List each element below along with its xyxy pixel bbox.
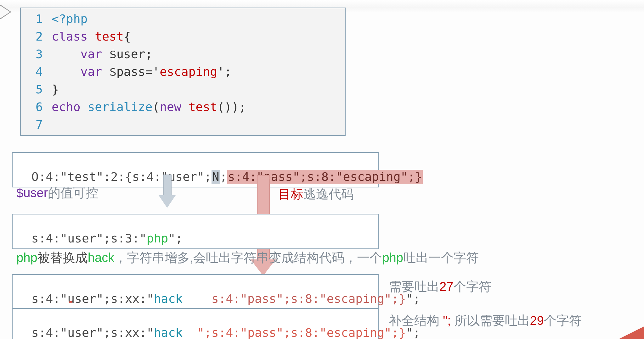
text: s:4:"user";s:xx:" bbox=[31, 326, 154, 339]
code-line-5: 5 } bbox=[21, 81, 345, 98]
text: 目标 bbox=[278, 187, 303, 201]
text: 吐出一个字符 bbox=[403, 251, 479, 264]
corner-accent-icon bbox=[619, 326, 644, 339]
edit-mark-icon bbox=[69, 301, 72, 303]
text: ，字符串增多,会吐出字符串变成结构代码，一个 bbox=[114, 251, 382, 264]
annotation-target-escape: 目标逃逸代码 bbox=[278, 186, 354, 203]
line-number: 7 bbox=[21, 116, 52, 133]
text-php: php bbox=[147, 231, 168, 245]
code-line-1: 1 <?php bbox=[21, 10, 345, 28]
line-number: 6 bbox=[21, 98, 52, 116]
text: $user bbox=[16, 186, 48, 200]
text: "; bbox=[168, 231, 183, 245]
arrow-down-grey-icon bbox=[161, 175, 174, 206]
serialized-after-replace-1: s:4:"user";s:xx:"hack s:4:"pass";s:8:"es… bbox=[12, 274, 379, 309]
code-text: class test{ bbox=[52, 28, 131, 45]
annotation-user-controllable: $user的值可控 bbox=[16, 184, 98, 202]
code-text: } bbox=[52, 81, 59, 98]
line-number: 3 bbox=[21, 45, 52, 63]
text-escaped: s:4:"pass";s:8:"escaping";} bbox=[212, 292, 406, 306]
text: 补全结构 bbox=[389, 314, 443, 327]
line-number: 4 bbox=[21, 63, 52, 81]
line-number: 2 bbox=[21, 28, 52, 45]
text: O:4:"test":2:{s:4:"user"; bbox=[31, 170, 212, 184]
text bbox=[183, 326, 197, 339]
text: php bbox=[16, 251, 37, 264]
annotation-replacement-explain: php被替换成hack，字符串增多,会吐出字符串变成结构代码，一个php吐出一个… bbox=[16, 249, 479, 266]
code-line-3: 3 var $user; bbox=[21, 45, 345, 63]
text-quote: "; bbox=[443, 314, 454, 327]
annotation-need-27: 需要吐出27个字符 bbox=[389, 278, 491, 295]
text: 需要吐出 bbox=[389, 280, 439, 293]
text bbox=[183, 292, 212, 306]
text-escaped: ";s:4:"pass";s:8:"escaping";} bbox=[197, 326, 406, 339]
code-line-7: 7 bbox=[21, 116, 345, 133]
text: php bbox=[382, 251, 403, 264]
php-code-block: 1 <?php 2 class test{ 3 var $user; 4 var… bbox=[20, 8, 346, 136]
text: 被替换成 bbox=[37, 251, 88, 264]
text: 的值可控 bbox=[48, 186, 98, 200]
code-text: echo serialize(new test()); bbox=[52, 98, 246, 116]
code-text: var $user; bbox=[52, 45, 152, 63]
serialized-output-box: O:4:"test":2:{s:4:"user";N;s:4:"pass";s:… bbox=[12, 152, 379, 187]
text: 个字符 bbox=[454, 280, 491, 293]
code-line-2: 2 class test{ bbox=[21, 28, 345, 45]
text-number: 29 bbox=[530, 314, 544, 327]
serialized-user-box: s:4:"user";s:3:"php"; bbox=[12, 214, 379, 249]
text: 逃逸代码 bbox=[303, 187, 354, 201]
line-number: 5 bbox=[21, 81, 52, 98]
code-text: <?php bbox=[52, 10, 88, 28]
text: 个字符 bbox=[544, 314, 582, 327]
code-line-6: 6 echo serialize(new test()); bbox=[21, 98, 345, 116]
serialized-after-replace-2: s:4:"user";s:xx:"hack ";s:4:"pass";s:8:"… bbox=[12, 308, 379, 339]
text-number: 27 bbox=[439, 280, 454, 293]
line-number: 1 bbox=[21, 10, 52, 28]
text-hack: hack bbox=[154, 326, 183, 339]
text: s:4:"user";s:3:" bbox=[31, 231, 147, 245]
code-text: var $pass='escaping'; bbox=[52, 63, 232, 81]
text: s:4:"user";s:xx:" bbox=[31, 292, 154, 306]
text: ; bbox=[220, 170, 227, 184]
annotation-need-29: 补全结构 "; 所以需要吐出29个字符 bbox=[389, 312, 582, 329]
text: hack bbox=[88, 251, 115, 264]
code-line-4: 4 var $pass='escaping'; bbox=[21, 63, 345, 81]
text: 所以需要吐出 bbox=[455, 314, 530, 327]
text-hack: hack bbox=[154, 292, 183, 306]
slide-caret-icon bbox=[0, 3, 11, 21]
highlight-null: N bbox=[212, 170, 220, 184]
